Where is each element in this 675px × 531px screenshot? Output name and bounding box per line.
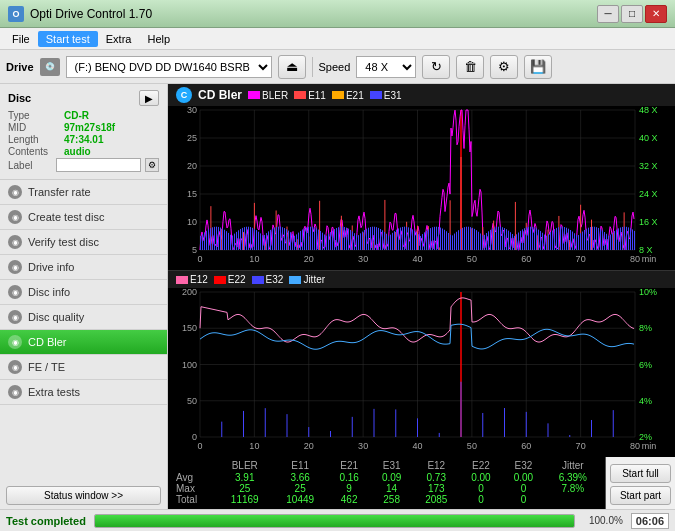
progress-percentage: 100.0% bbox=[583, 515, 623, 526]
status-window-button[interactable]: Status window >> bbox=[6, 486, 161, 505]
disc-label-label: Label bbox=[8, 160, 52, 171]
stats-max-label: Max bbox=[172, 483, 217, 494]
start-part-button[interactable]: Start part bbox=[610, 486, 671, 505]
time-display: 06:06 bbox=[631, 513, 669, 529]
stats-col-e32: E32 bbox=[502, 459, 545, 472]
start-full-button[interactable]: Start full bbox=[610, 464, 671, 483]
window-title: Opti Drive Control 1.70 bbox=[30, 7, 152, 21]
disc-label-button[interactable]: ⚙ bbox=[145, 158, 159, 172]
sidebar-item-transfer-rate[interactable]: ◉ Transfer rate bbox=[0, 180, 167, 205]
save-button[interactable]: 💾 bbox=[524, 55, 552, 79]
verify-test-disc-icon: ◉ bbox=[8, 235, 22, 249]
sidebar-item-verify-test-disc[interactable]: ◉ Verify test disc bbox=[0, 230, 167, 255]
disc-panel: Disc ▶ Type CD-R MID 97m27s18f Length 47… bbox=[0, 84, 167, 180]
stats-total-e12: 2085 bbox=[413, 494, 460, 505]
stats-area: BLER E11 E21 E31 E12 E22 E32 Jitter bbox=[168, 457, 605, 509]
stats-row-avg: Avg 3.91 3.66 0.16 0.09 0.73 0.00 0.00 6… bbox=[172, 472, 601, 483]
disc-label-input[interactable] bbox=[56, 158, 141, 172]
disc-contents-value: audio bbox=[64, 146, 91, 157]
transfer-rate-label: Transfer rate bbox=[28, 186, 91, 198]
chart1-body bbox=[168, 106, 675, 270]
stats-col-e12: E12 bbox=[413, 459, 460, 472]
sidebar-item-drive-info[interactable]: ◉ Drive info bbox=[0, 255, 167, 280]
drive-icon: 💿 bbox=[40, 58, 60, 76]
create-test-disc-label: Create test disc bbox=[28, 211, 104, 223]
stats-avg-e12: 0.73 bbox=[413, 472, 460, 483]
disc-expand-button[interactable]: ▶ bbox=[139, 90, 159, 106]
chart2-legend: E12 E22 E32 Jitter bbox=[176, 274, 325, 285]
stats-avg-jitter: 6.39% bbox=[545, 472, 601, 483]
menu-start-test[interactable]: Start test bbox=[38, 31, 98, 47]
title-controls: ─ □ ✕ bbox=[597, 5, 667, 23]
sidebar-nav: ◉ Transfer rate ◉ Create test disc ◉ Ver… bbox=[0, 180, 167, 482]
sidebar-item-create-test-disc[interactable]: ◉ Create test disc bbox=[0, 205, 167, 230]
close-button[interactable]: ✕ bbox=[645, 5, 667, 23]
stats-max-bler: 25 bbox=[217, 483, 272, 494]
menu-bar: File Start test Extra Help bbox=[0, 28, 675, 50]
title-bar-left: O Opti Drive Control 1.70 bbox=[8, 6, 152, 22]
stats-avg-bler: 3.91 bbox=[217, 472, 272, 483]
stats-total-e31: 258 bbox=[370, 494, 413, 505]
legend-e31: E31 bbox=[370, 90, 402, 101]
sidebar-item-disc-info[interactable]: ◉ Disc info bbox=[0, 280, 167, 305]
menu-help[interactable]: Help bbox=[139, 31, 178, 47]
maximize-button[interactable]: □ bbox=[621, 5, 643, 23]
stats-col-e21: E21 bbox=[328, 459, 371, 472]
stats-total-jitter bbox=[545, 494, 601, 505]
stats-max-e12: 173 bbox=[413, 483, 460, 494]
sidebar-item-extra-tests[interactable]: ◉ Extra tests bbox=[0, 380, 167, 405]
stats-col-e31: E31 bbox=[370, 459, 413, 472]
stats-total-e21: 462 bbox=[328, 494, 371, 505]
disc-label-row: Label ⚙ bbox=[8, 158, 159, 172]
chart1-canvas bbox=[168, 106, 675, 270]
extra-tests-label: Extra tests bbox=[28, 386, 80, 398]
stats-total-e32: 0 bbox=[502, 494, 545, 505]
stats-avg-label: Avg bbox=[172, 472, 217, 483]
disc-contents-label: Contents bbox=[8, 146, 60, 157]
chart2-header: E12 E22 E32 Jitter bbox=[168, 271, 675, 288]
transfer-rate-icon: ◉ bbox=[8, 185, 22, 199]
stats-col-e22: E22 bbox=[460, 459, 503, 472]
menu-file[interactable]: File bbox=[4, 31, 38, 47]
chart2-canvas bbox=[168, 288, 675, 457]
legend-e31-color bbox=[370, 91, 382, 99]
sidebar-item-fe-te[interactable]: ◉ FE / TE bbox=[0, 355, 167, 380]
sidebar-item-disc-quality[interactable]: ◉ Disc quality bbox=[0, 305, 167, 330]
legend-bler: BLER bbox=[248, 90, 288, 101]
speed-select[interactable]: 48 X bbox=[356, 56, 416, 78]
menu-extra[interactable]: Extra bbox=[98, 31, 140, 47]
stats-avg-e32: 0.00 bbox=[502, 472, 545, 483]
stats-total-bler: 11169 bbox=[217, 494, 272, 505]
chart1-icon: C bbox=[176, 87, 192, 103]
drive-info-label: Drive info bbox=[28, 261, 74, 273]
chart2-body bbox=[168, 288, 675, 457]
stats-col-e11: E11 bbox=[272, 459, 327, 472]
stats-table: BLER E11 E21 E31 E12 E22 E32 Jitter bbox=[172, 459, 601, 505]
stats-max-e22: 0 bbox=[460, 483, 503, 494]
refresh-button[interactable]: ↻ bbox=[422, 55, 450, 79]
disc-mid-row: MID 97m27s18f bbox=[8, 122, 159, 133]
progress-bar bbox=[94, 514, 575, 528]
chart1-title: CD Bler bbox=[198, 88, 242, 102]
disc-length-row: Length 47:34.01 bbox=[8, 134, 159, 145]
sidebar-item-cd-bler[interactable]: ◉ CD Bler bbox=[0, 330, 167, 355]
bottom-section: BLER E11 E21 E31 E12 E22 E32 Jitter bbox=[168, 457, 675, 509]
create-test-disc-icon: ◉ bbox=[8, 210, 22, 224]
stats-max-jitter: 7.8% bbox=[545, 483, 601, 494]
disc-contents-row: Contents audio bbox=[8, 146, 159, 157]
legend-e12-color bbox=[176, 276, 188, 284]
stats-avg-e21: 0.16 bbox=[328, 472, 371, 483]
stats-table-wrapper: BLER E11 E21 E31 E12 E22 E32 Jitter bbox=[168, 457, 605, 509]
disc-title: Disc bbox=[8, 92, 31, 104]
stats-max-e32: 0 bbox=[502, 483, 545, 494]
disc-header: Disc ▶ bbox=[8, 90, 159, 106]
erase-button[interactable]: 🗑 bbox=[456, 55, 484, 79]
eject-button[interactable]: ⏏ bbox=[278, 55, 306, 79]
minimize-button[interactable]: ─ bbox=[597, 5, 619, 23]
stats-header-row: BLER E11 E21 E31 E12 E22 E32 Jitter bbox=[172, 459, 601, 472]
settings-button[interactable]: ⚙ bbox=[490, 55, 518, 79]
drive-select[interactable]: (F:) BENQ DVD DD DW1640 BSRB bbox=[66, 56, 272, 78]
drive-label: Drive bbox=[6, 61, 34, 73]
fe-te-label: FE / TE bbox=[28, 361, 65, 373]
fe-te-icon: ◉ bbox=[8, 360, 22, 374]
